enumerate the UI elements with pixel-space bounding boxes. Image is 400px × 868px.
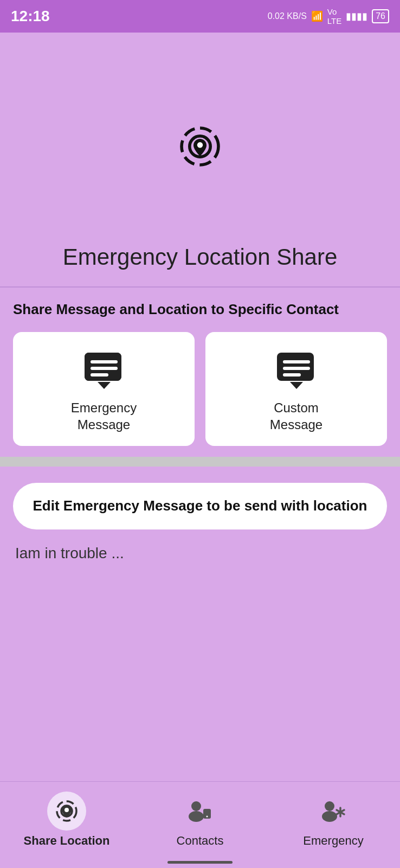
contacts-nav-icon [186,797,214,825]
message-cards: EmergencyMessage CustomMessage [13,332,387,446]
emergency-message-label: EmergencyMessage [71,399,137,433]
svg-point-16 [64,808,69,812]
emergency-message-card[interactable]: EmergencyMessage [13,332,195,446]
svg-point-18 [189,811,204,822]
svg-point-21 [325,801,334,811]
battery-indicator: 76 [372,9,389,23]
svg-marker-8 [98,382,111,389]
hero-section: Emergency Location Share [0,33,400,286]
app-title: Emergency Location Share [63,244,338,270]
network-speed: 0.02 KB/S [268,11,307,21]
emergency-icon-wrap [314,792,353,831]
signal-icon: ▮▮▮▮ [346,10,367,22]
custom-message-icon [275,348,318,392]
svg-point-2 [197,142,203,148]
wifi-icon: 📶 [311,10,323,22]
share-section-title: Share Message and Location to Specific C… [13,301,387,319]
home-indicator [167,861,233,864]
svg-point-22 [322,811,337,822]
nav-contacts-label: Contacts [177,834,224,848]
emergency-message-text: Iam in trouble ... [13,545,387,562]
location-radar-icon [178,125,222,168]
svg-point-17 [191,801,201,811]
svg-marker-13 [290,382,303,389]
emergency-nav-icon [319,797,347,825]
emergency-message-icon [82,348,126,392]
edit-emergency-message-button[interactable]: Edit Emergency Message to be send with l… [13,483,387,529]
lte-icon: VoLTE [327,7,341,25]
contacts-icon-wrap [180,792,220,831]
custom-message-card[interactable]: CustomMessage [205,332,387,446]
location-icon-wrap [113,60,287,233]
share-location-icon-wrap [47,792,86,831]
nav-contacts[interactable]: Contacts [133,792,267,848]
edit-section: Edit Emergency Message to be send with l… [0,467,400,575]
status-bar: 12:18 0.02 KB/S 📶 VoLTE ▮▮▮▮ 76 [0,0,400,33]
nav-emergency[interactable]: Emergency [267,792,400,848]
status-time: 12:18 [11,8,50,25]
bottom-navigation: Share Location Contacts [0,781,400,868]
svg-point-20 [207,815,208,817]
section-divider-2 [0,457,400,467]
status-icons: 0.02 KB/S 📶 VoLTE ▮▮▮▮ 76 [268,7,389,25]
custom-message-label: CustomMessage [270,399,322,433]
nav-emergency-label: Emergency [303,834,363,848]
share-location-nav-icon [55,800,78,822]
nav-share-location-label: Share Location [24,834,110,848]
nav-share-location[interactable]: Share Location [0,792,133,848]
share-section: Share Message and Location to Specific C… [0,288,400,457]
